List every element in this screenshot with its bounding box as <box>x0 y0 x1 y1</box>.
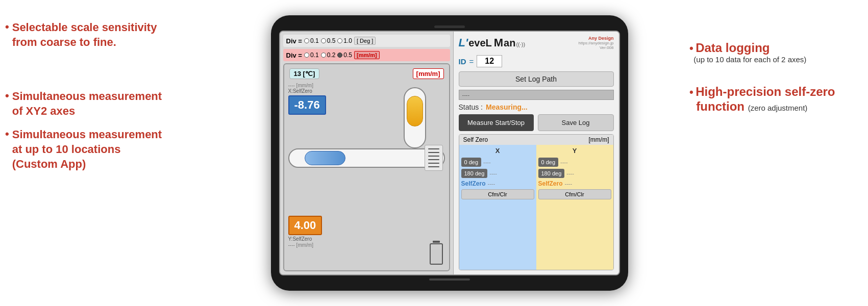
y-axis-column: Y 0 deg ---- 180 deg ---- SelfZero <box>536 145 613 270</box>
brand-url: https://anydesign.jp <box>579 41 614 45</box>
v-line-2 <box>428 152 439 153</box>
x-value-display: -8.76 <box>288 95 326 115</box>
y-cfm-clr-button[interactable]: Cfm/Clr <box>538 189 611 199</box>
bullet-3: • <box>5 128 9 141</box>
left-annotations: • Selectable scale sensitivityfrom coars… <box>5 20 219 181</box>
measure-start-stop-button[interactable]: Measure Start/Stop <box>459 114 534 131</box>
battery-fill <box>431 250 442 264</box>
save-log-button[interactable]: Save Log <box>538 114 614 131</box>
status-value: Measuring... <box>486 103 528 111</box>
unit-badge: [mm/m] <box>413 68 444 79</box>
brand-name: Any Design <box>579 36 614 41</box>
sensor-panel: Div = 0.1 0.5 1.0 [ Deg ] <box>280 32 454 274</box>
set-log-path-button[interactable]: Set Log Path <box>459 71 614 87</box>
logo-evel: eveL <box>468 37 492 49</box>
radio-circle-01 <box>304 38 309 43</box>
bullet-2: • <box>5 89 9 103</box>
status-row: Status : Measuring... <box>459 103 614 111</box>
annotation-text-1: Selectable scale sensitivityfrom coarse … <box>12 20 157 49</box>
app-header: L' eveL M an ((·)) Any Design https://an… <box>459 36 614 50</box>
id-label: ID <box>459 57 466 66</box>
temp-badge: 13 [℃] <box>289 68 320 79</box>
x-col-header: X <box>461 147 534 156</box>
x-selfzero-row: SelfZero ---- <box>461 180 534 187</box>
bubble-level-horizontal <box>288 148 445 168</box>
x-deg180-button[interactable]: 180 deg <box>461 169 488 178</box>
x-deg0-row: 0 deg ---- <box>461 158 534 167</box>
x-selfzero-label[interactable]: SelfZero <box>461 180 486 187</box>
right-annotation-1: • Data logging (up to 10 data for each o… <box>689 41 863 64</box>
div2-val-01: 0.1 <box>310 52 319 59</box>
y-deg180-val: ---- <box>566 170 574 176</box>
y-selfzero-row: SelfZero ---- <box>538 180 611 187</box>
y-deg180-row: 180 deg ---- <box>538 169 611 178</box>
brand-info: Any Design https://anydesign.jp Ver:008 <box>579 36 614 50</box>
logo-container: L' eveL M an ((·)) <box>459 36 526 49</box>
control-panel: L' eveL M an ((·)) Any Design https://an… <box>454 32 619 274</box>
y-self-zero-label: Y:SelfZero <box>288 236 323 242</box>
status-label: Status : <box>459 103 483 111</box>
self-zero-axes: X 0 deg ---- 180 deg ---- SelfZero <box>459 145 613 270</box>
v-line-4 <box>428 159 439 160</box>
y-selfzero-label[interactable]: SelfZero <box>538 180 563 187</box>
v-lines-indicator <box>425 145 443 171</box>
battery-body <box>430 243 443 265</box>
battery-container <box>430 241 443 265</box>
div1-val-01: 0.1 <box>310 37 319 44</box>
div2-option-02[interactable]: 0.2 <box>321 52 336 59</box>
logo-an: an <box>504 37 515 49</box>
id-value-box[interactable]: 12 <box>477 55 502 67</box>
right-annotation-title-1: Data logging <box>696 41 770 55</box>
logo-m: M <box>494 36 503 49</box>
div-label-1: Div = <box>286 37 302 45</box>
tablet-device: Div = 0.1 0.5 1.0 [ Deg ] <box>271 15 628 291</box>
v-line-1 <box>428 148 439 149</box>
bubble-level-vertical <box>404 87 426 148</box>
v-line-3 <box>428 156 439 157</box>
battery-tip <box>433 241 440 243</box>
y-selfzero-val: ---- <box>565 181 573 187</box>
x-deg0-button[interactable]: 0 deg <box>461 158 482 167</box>
div1-option-05[interactable]: 0.5 <box>321 37 336 44</box>
radio-circle2-05-sel <box>337 53 342 58</box>
div-row-2: Div = 0.1 0.2 0.5 [mm/m] <box>283 49 450 61</box>
bubble-h <box>305 151 345 165</box>
page-container: • Selectable scale sensitivityfrom coars… <box>0 0 868 306</box>
x-deg180-val: ---- <box>489 170 497 176</box>
v-line-6 <box>428 166 439 167</box>
self-zero-header-unit: [mm/m] <box>589 136 609 143</box>
x-deg0-val: ---- <box>483 159 491 165</box>
div1-option-10[interactable]: 1.0 <box>337 37 352 44</box>
sensor-visualization: 13 [℃] [mm/m] ---- [mm/m] X:SelfZero -8.… <box>283 63 450 271</box>
id-row: ID = 12 <box>459 55 614 67</box>
bullet-right-1: • <box>689 42 693 55</box>
right-annotation-2: • High-precision self-zero function (zer… <box>689 85 863 113</box>
div1-option-01[interactable]: 0.1 <box>304 37 319 44</box>
annotation-1: • Selectable scale sensitivityfrom coars… <box>5 20 219 49</box>
radio-circle-05 <box>321 38 326 43</box>
bullet-1: • <box>5 20 9 34</box>
deg-label: [ Deg ] <box>354 37 376 45</box>
y-value-display: 4.00 <box>288 216 323 235</box>
y-deg180-button[interactable]: 180 deg <box>538 169 565 178</box>
div1-val-10: 1.0 <box>343 37 352 44</box>
self-zero-header: Self Zero [mm/m] <box>459 135 613 145</box>
annotation-text-3: Simultaneous measurementat up to 10 loca… <box>12 128 162 171</box>
div2-option-05[interactable]: 0.5 <box>337 52 352 59</box>
annotation-text-2: Simultaneous measurementof XY2 axes <box>12 89 162 118</box>
y-deg0-button[interactable]: 0 deg <box>538 158 559 167</box>
y-col-header: Y <box>538 147 611 156</box>
div2-option-01[interactable]: 0.1 <box>304 52 319 59</box>
y-dashes: ---- [mm/m] <box>288 242 323 248</box>
logo-l: L' <box>459 36 468 49</box>
x-dashes: ---- [mm/m] <box>288 83 445 88</box>
y-deg0-row: 0 deg ---- <box>538 158 611 167</box>
annotation-2: • Simultaneous measurementof XY2 axes <box>5 89 219 118</box>
x-cfm-clr-button[interactable]: Cfm/Clr <box>461 189 534 199</box>
logo-top: L' eveL M an ((·)) <box>459 36 526 49</box>
self-zero-panel: Self Zero [mm/m] X 0 deg ---- <box>459 134 614 270</box>
div1-val-05: 0.5 <box>327 37 336 44</box>
div2-val-02: 0.2 <box>327 52 336 59</box>
right-annotation-sub-1: (up to 10 data for each of 2 axes) <box>689 55 806 64</box>
annotation-3: • Simultaneous measurementat up to 10 lo… <box>5 128 219 171</box>
